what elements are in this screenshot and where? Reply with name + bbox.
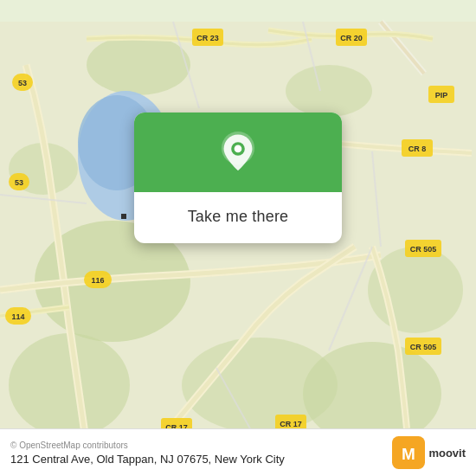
svg-text:M: M — [402, 445, 415, 463]
moovit-text: moovit — [428, 447, 466, 460]
moovit-logo: M moovit — [392, 436, 466, 469]
take-me-there-button[interactable]: Take me there — [181, 204, 296, 229]
address-text: 121 Central Ave, Old Tappan, NJ 07675, N… — [10, 453, 285, 466]
svg-text:CR 20: CR 20 — [340, 34, 363, 42]
svg-text:CR 17: CR 17 — [280, 420, 302, 428]
svg-point-6 — [87, 35, 190, 95]
svg-text:114: 114 — [11, 312, 24, 321]
svg-text:CR 23: CR 23 — [196, 34, 219, 42]
svg-rect-44 — [121, 214, 126, 219]
svg-point-47 — [235, 145, 242, 153]
bottom-left: © OpenStreetMap contributors 121 Central… — [10, 441, 285, 466]
svg-text:53: 53 — [18, 79, 27, 87]
bottom-bar: © OpenStreetMap contributors 121 Central… — [0, 428, 476, 476]
svg-point-7 — [286, 65, 372, 117]
svg-text:PIP: PIP — [435, 91, 448, 100]
svg-text:116: 116 — [91, 276, 104, 285]
map-container: CR 23 CR 20 53 53 116 114 CR 17 CR 17 CR… — [0, 0, 476, 476]
svg-text:CR 505: CR 505 — [410, 343, 437, 351]
svg-text:53: 53 — [15, 178, 23, 187]
svg-text:CR 505: CR 505 — [410, 245, 437, 254]
location-pin-icon — [215, 132, 261, 177]
svg-text:CR 8: CR 8 — [408, 145, 427, 153]
moovit-icon: M — [392, 436, 425, 469]
popup-top — [134, 113, 342, 192]
osm-attribution: © OpenStreetMap contributors — [10, 441, 285, 450]
popup-card: Take me there — [134, 113, 342, 243]
popup-bottom[interactable]: Take me there — [134, 192, 342, 243]
